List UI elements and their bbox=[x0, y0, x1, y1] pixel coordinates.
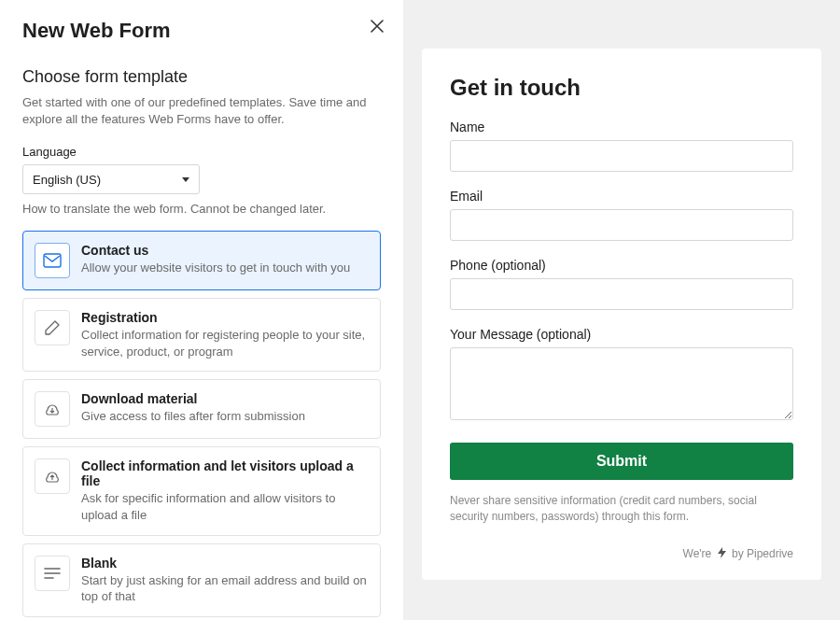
template-title: Registration bbox=[81, 310, 369, 325]
template-option-download[interactable]: Download material Give access to files a… bbox=[22, 379, 381, 439]
template-desc: Start by just asking for an email addres… bbox=[81, 572, 369, 605]
field-label-phone: Phone (optional) bbox=[450, 258, 793, 273]
language-label: Language bbox=[22, 145, 381, 159]
email-input[interactable] bbox=[450, 209, 793, 241]
field-label-message: Your Message (optional) bbox=[450, 327, 793, 342]
template-chooser-panel: New Web Form Choose form template Get st… bbox=[0, 0, 403, 620]
message-textarea[interactable] bbox=[450, 347, 793, 420]
sensitive-info-warning: Never share sensitive information (credi… bbox=[450, 493, 793, 525]
chevron-down-icon bbox=[182, 177, 189, 182]
download-icon bbox=[35, 391, 70, 427]
field-label-email: Email bbox=[450, 189, 793, 204]
form-preview-card: Get in touch Name Email Phone (optional)… bbox=[422, 49, 821, 580]
phone-input[interactable] bbox=[450, 278, 793, 310]
submit-button[interactable]: Submit bbox=[450, 443, 793, 480]
modal-title: New Web Form bbox=[22, 19, 381, 43]
template-title: Contact us bbox=[81, 243, 350, 258]
powered-suffix: by Pipedrive bbox=[732, 547, 793, 560]
template-title: Download material bbox=[81, 391, 305, 406]
template-option-upload[interactable]: Collect information and let visitors upl… bbox=[22, 446, 381, 535]
template-title: Collect information and let visitors upl… bbox=[81, 458, 369, 488]
template-desc: Ask for specific information and allow v… bbox=[81, 490, 369, 523]
pencil-icon bbox=[35, 310, 70, 345]
name-input[interactable] bbox=[450, 140, 793, 172]
close-icon bbox=[371, 20, 384, 33]
language-value: English (US) bbox=[33, 173, 101, 187]
choose-template-desc: Get started with one of our predefined t… bbox=[22, 94, 381, 128]
template-desc: Give access to files after form submissi… bbox=[81, 408, 305, 425]
template-option-blank[interactable]: Blank Start by just asking for an email … bbox=[22, 543, 381, 617]
powered-prefix: We're bbox=[683, 547, 712, 560]
lines-icon bbox=[35, 556, 70, 591]
language-hint: How to translate the web form. Cannot be… bbox=[22, 202, 381, 216]
upload-icon bbox=[35, 458, 70, 494]
template-option-contact-us[interactable]: Contact us Allow your website visitors t… bbox=[22, 231, 381, 290]
mail-icon bbox=[35, 243, 70, 278]
template-title: Blank bbox=[81, 556, 369, 571]
template-desc: Allow your website visitors to get in to… bbox=[81, 260, 350, 276]
preview-panel: Get in touch Name Email Phone (optional)… bbox=[403, 0, 840, 620]
template-option-registration[interactable]: Registration Collect information for reg… bbox=[22, 298, 381, 372]
choose-template-title: Choose form template bbox=[22, 67, 381, 87]
template-desc: Collect information for registering peop… bbox=[81, 327, 369, 359]
field-label-name: Name bbox=[450, 120, 793, 134]
bolt-icon bbox=[718, 547, 726, 561]
language-select[interactable]: English (US) bbox=[22, 164, 200, 194]
preview-heading: Get in touch bbox=[450, 75, 793, 101]
svg-rect-0 bbox=[44, 254, 61, 267]
powered-by: We're by Pipedrive bbox=[450, 547, 793, 561]
close-button[interactable] bbox=[368, 17, 386, 35]
